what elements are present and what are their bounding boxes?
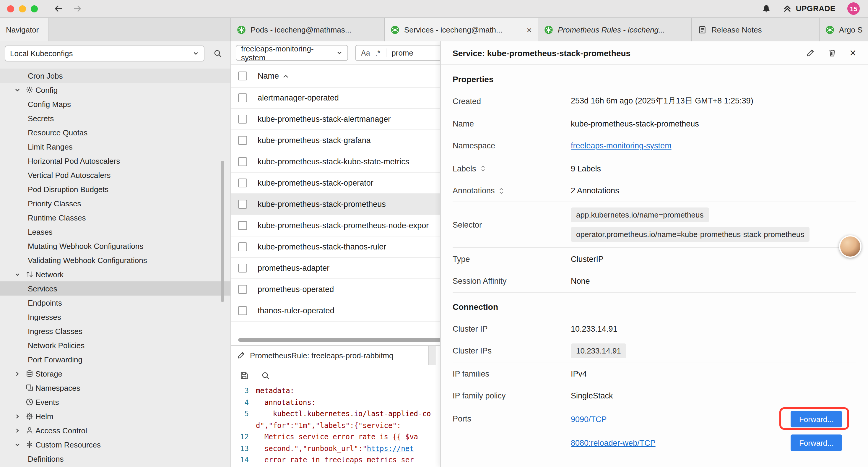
notifications-bell-icon[interactable]	[762, 4, 771, 13]
navigator-tree: Cron Jobs Config Config Maps Secrets Res…	[0, 65, 230, 466]
sidebar-scrollbar-thumb[interactable]	[221, 161, 224, 302]
line-code: second.","runbook_url":"https://net	[256, 443, 414, 455]
kubeconfig-selector[interactable]: Local Kubeconfigs	[5, 45, 205, 61]
tab-pods-icecheng-mathmas[interactable]: Pods - icecheng@mathmas...	[231, 18, 385, 41]
sidebar-item-services[interactable]: Services	[0, 282, 230, 296]
detail-row-label: IP families	[453, 369, 571, 378]
sidebar-item-secrets[interactable]: Secrets	[0, 111, 230, 125]
sidebar-item-limit-ranges[interactable]: Limit Ranges	[0, 140, 230, 154]
chevron-right-icon[interactable]	[12, 370, 23, 377]
sidebar-item-definitions[interactable]: Definitions	[0, 451, 230, 466]
row-checkbox[interactable]	[238, 115, 247, 123]
tab-release-notes[interactable]: Release Notes	[692, 18, 819, 41]
row-checkbox[interactable]	[238, 306, 247, 315]
row-checkbox[interactable]	[238, 264, 247, 272]
chevron-right-icon[interactable]	[12, 427, 23, 434]
upgrade-button[interactable]: UPGRADE	[783, 4, 836, 13]
row-checkbox[interactable]	[238, 221, 247, 230]
sidebar-item-validating-webhook-configurations[interactable]: Validating Webhook Configurations	[0, 253, 230, 267]
sidebar-item-events[interactable]: Events	[0, 395, 230, 409]
sidebar-item-vertical-pod-autoscalers[interactable]: Vertical Pod Autoscalers	[0, 168, 230, 182]
application-window: UPGRADE 15 Navigator Pods - icecheng@mat…	[0, 0, 868, 467]
sidebar-item-ingress-classes[interactable]: Ingress Classes	[0, 324, 230, 338]
sidebar-item-label: Storage	[35, 369, 62, 378]
delete-trash-icon[interactable]	[828, 49, 837, 57]
detail-row-label: Session Affinity	[453, 276, 571, 286]
kubernetes-icon	[544, 25, 553, 34]
name-column-header[interactable]: Name	[258, 71, 289, 80]
sidebar-item-storage[interactable]: Storage	[0, 367, 230, 381]
sidebar-item-network-policies[interactable]: Network Policies	[0, 338, 230, 352]
sidebar-item-cron-jobs[interactable]: Cron Jobs	[0, 68, 230, 83]
edit-pencil-icon[interactable]	[806, 49, 815, 57]
regex-toggle[interactable]: .*	[375, 49, 380, 57]
close-window-button[interactable]	[7, 5, 14, 12]
port-link[interactable]: 9090/TCP	[571, 415, 607, 424]
sidebar-item-priority-classes[interactable]: Priority Classes	[0, 196, 230, 210]
sidebar-item-leases[interactable]: Leases	[0, 225, 230, 239]
sidebar-item-config[interactable]: Config	[0, 83, 230, 97]
zoom-window-button[interactable]	[31, 5, 38, 12]
notification-count-badge[interactable]: 15	[847, 2, 860, 15]
sidebar-item-port-forwarding[interactable]: Port Forwarding	[0, 352, 230, 367]
forward-button[interactable]: Forward...	[791, 435, 842, 451]
sidebar-item-namespaces[interactable]: Namespaces	[0, 381, 230, 395]
sidebar-item-horizontal-pod-autoscalers[interactable]: Horizontal Pod Autoscalers	[0, 154, 230, 168]
chevron-right-icon[interactable]	[12, 413, 23, 419]
navigator-tab[interactable]: Navigator	[0, 18, 49, 41]
events-icon	[23, 398, 35, 406]
sidebar-item-ingresses[interactable]: Ingresses	[0, 310, 230, 324]
chevron-down-icon[interactable]	[12, 87, 23, 93]
forward-button[interactable]: Forward...	[791, 411, 842, 428]
sidebar-item-network[interactable]: Network	[0, 267, 230, 282]
search-icon[interactable]	[258, 368, 272, 382]
editor-tab-prometheusrule[interactable]: PrometheusRule: freeleaps-prod-rabbitmq	[231, 346, 429, 365]
sidebar-item-label: Config	[35, 85, 58, 94]
close-tab-icon[interactable]: ×	[526, 25, 532, 34]
helm-icon	[23, 412, 35, 420]
forward-icon[interactable]	[73, 4, 83, 13]
minimize-window-button[interactable]	[19, 5, 26, 12]
sidebar-item-config-maps[interactable]: Config Maps	[0, 97, 230, 111]
service-name: alertmanager-operated	[258, 93, 339, 102]
line-number	[231, 420, 256, 432]
save-icon[interactable]	[237, 368, 251, 382]
user-avatar[interactable]	[839, 235, 862, 258]
sidebar-item-helm[interactable]: Helm	[0, 409, 230, 423]
namespace-filter-dropdown[interactable]: freeleaps-monitoring-system	[236, 45, 348, 61]
sidebar-item-mutating-webhook-configurations[interactable]: Mutating Webhook Configurations	[0, 239, 230, 253]
port-link[interactable]: 8080:reloader-web/TCP	[571, 438, 656, 447]
row-checkbox[interactable]	[238, 242, 247, 251]
line-code: Metrics service error rate is {{ $va	[256, 432, 418, 443]
row-checkbox[interactable]	[238, 200, 247, 209]
sidebar-item-custom-resources[interactable]: Custom Resources	[0, 437, 230, 451]
tab-argo-s[interactable]: Argo S	[819, 18, 868, 41]
row-checkbox[interactable]	[238, 93, 247, 102]
back-icon[interactable]	[53, 4, 63, 13]
tab-services-icecheng-math[interactable]: Services - icecheng@math... ×	[385, 18, 538, 41]
sidebar-item-access-control[interactable]: Access Control	[0, 423, 230, 437]
namespace-link[interactable]: freeleaps-monitoring-system	[571, 141, 672, 150]
close-panel-icon[interactable]: ×	[850, 47, 856, 59]
sidebar-item-runtime-classes[interactable]: Runtime Classes	[0, 210, 230, 225]
sidebar-item-resource-quotas[interactable]: Resource Quotas	[0, 125, 230, 140]
sidebar-item-endpoints[interactable]: Endpoints	[0, 296, 230, 310]
chevron-down-icon[interactable]	[12, 271, 23, 278]
row-checkbox[interactable]	[238, 157, 247, 166]
sidebar-item-pod-disruption-budgets[interactable]: Pod Disruption Budgets	[0, 182, 230, 196]
tab-prometheus-rules-icecheng[interactable]: Prometheus Rules - icecheng...	[538, 18, 692, 41]
detail-row-value: app.kubernetes.io/name=prometheusoperato…	[571, 202, 856, 247]
expand-toggle-icon[interactable]	[480, 165, 486, 172]
row-checkbox[interactable]	[238, 178, 247, 187]
editor-tab-label: PrometheusRule: freeleaps-prod-rabbitmq	[250, 351, 394, 360]
chevron-down-icon[interactable]	[12, 441, 23, 448]
row-checkbox[interactable]	[238, 285, 247, 294]
detail-row-value: 9090/TCPForward...8080:reloader-web/TCPF…	[571, 407, 856, 455]
match-case-toggle[interactable]: Aa	[361, 49, 370, 57]
select-all-checkbox[interactable]	[238, 71, 247, 80]
sidebar-item-label: Ingresses	[28, 313, 61, 321]
detail-row-session-affinity: Session Affinity None	[453, 270, 856, 293]
search-icon[interactable]	[210, 46, 224, 60]
row-checkbox[interactable]	[238, 136, 247, 145]
expand-toggle-icon[interactable]	[499, 187, 504, 194]
